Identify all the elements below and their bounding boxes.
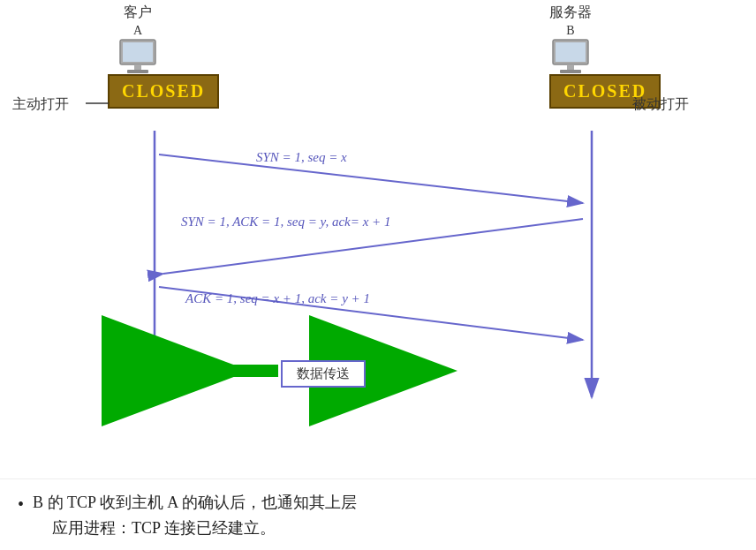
bottom-text-paragraph: • B 的 TCP 收到主机 A 的确认后，也通知其上层 应用进程：TCP 连接…: [18, 490, 738, 541]
data-transfer-box: 数据传送: [281, 360, 366, 388]
svg-rect-17: [556, 42, 586, 62]
server-sublabel: B: [566, 24, 574, 38]
client-computer: 客户 A: [115, 4, 161, 77]
client-computer-icon: [115, 38, 161, 77]
arrow1-label: SYN = 1, seq = x: [256, 150, 347, 165]
svg-rect-13: [123, 42, 153, 62]
arrow3-label: ACK = 1, seq = x + 1, ack = y + 1: [185, 291, 370, 306]
client-closed-box: CLOSED: [108, 74, 219, 109]
server-label: 服务器: [549, 4, 592, 22]
active-open-label: 主动打开: [12, 95, 69, 114]
diagram-area: 客户 A CLOSED 服务器 B CLOSED 主动打开: [0, 0, 756, 433]
client-sublabel: A: [133, 24, 142, 38]
arrow2-label: SYN = 1, ACK = 1, seq = y, ack= x + 1: [181, 215, 390, 230]
svg-line-7: [159, 154, 583, 203]
active-open-arrow: [84, 95, 110, 111]
bottom-text-content: B 的 TCP 收到主机 A 的确认后，也通知其上层 应用进程：TCP 连接已经…: [33, 490, 357, 541]
svg-rect-19: [560, 70, 581, 73]
server-computer-icon: [548, 38, 593, 77]
svg-rect-18: [567, 64, 574, 70]
svg-rect-14: [134, 64, 141, 70]
svg-rect-15: [127, 70, 148, 73]
server-computer: 服务器 B: [548, 4, 593, 77]
bullet-point: •: [18, 490, 24, 518]
client-label: 客户: [124, 4, 152, 22]
bottom-text-section: • B 的 TCP 收到主机 A 的确认后，也通知其上层 应用进程：TCP 连接…: [0, 478, 756, 550]
passive-open-label: 被动打开: [632, 95, 689, 114]
